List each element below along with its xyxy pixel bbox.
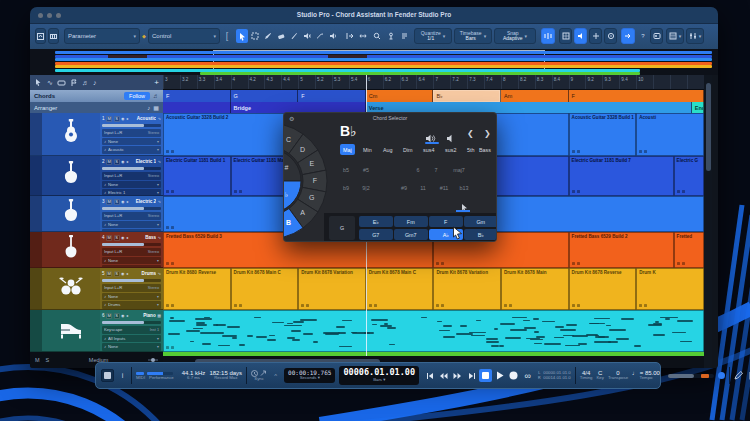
clip-handle[interactable]: [306, 304, 309, 307]
wave-editor-icon[interactable]: ∿: [158, 235, 161, 240]
clip[interactable]: Drum Kit 8678 Main C: [366, 268, 434, 310]
quality-dim[interactable]: Dim: [400, 144, 416, 155]
track-slot-2[interactable]: ♪Acoustic▾: [102, 146, 161, 154]
vertical-scrollbar-thumb[interactable]: [706, 83, 711, 171]
secondary-time-unit[interactable]: Seconds ▾: [300, 376, 320, 381]
clip-handle[interactable]: [234, 190, 237, 193]
clip-handle[interactable]: [171, 304, 174, 307]
track-name[interactable]: Acoustic: [130, 116, 157, 121]
monitor-icon[interactable]: ◂: [126, 159, 128, 164]
track-name[interactable]: Drums: [130, 271, 157, 276]
record-arm-icon[interactable]: ◉: [121, 271, 125, 276]
chord-segment[interactable]: F: [163, 90, 231, 102]
track-name[interactable]: Electric 1: [130, 159, 157, 164]
mute-button[interactable]: M: [106, 199, 112, 205]
global-mute-label[interactable]: M: [35, 357, 40, 363]
extension-11[interactable]: 11: [420, 185, 426, 191]
autoscroll-toggle-button[interactable]: [621, 28, 635, 44]
clip-handle[interactable]: [239, 190, 242, 193]
fast-forward-button[interactable]: [451, 369, 464, 382]
quality-sus2[interactable]: sus2: [442, 144, 459, 155]
help-button[interactable]: ?: [638, 28, 648, 44]
arranger-lane-header[interactable]: Arranger ♪ ▦: [30, 102, 163, 113]
vertical-scrollbar[interactable]: [704, 75, 712, 368]
clip-handle[interactable]: [166, 190, 169, 193]
track-header-acoustic[interactable]: 1MS◉◂Acoustic∿Input L+RStereo♪None▾♪Acou…: [30, 113, 163, 156]
clip-handle[interactable]: [577, 262, 580, 265]
chord-segment[interactable]: F: [569, 90, 704, 102]
clip-handle[interactable]: [572, 150, 575, 153]
skip-back-button[interactable]: [423, 369, 436, 382]
monitor-icon[interactable]: ◂: [126, 116, 128, 121]
track-slot-1[interactable]: ♪None▾: [102, 257, 161, 265]
chord-track-lane[interactable]: FGFCmB♭AmF: [163, 90, 704, 102]
meter-bar[interactable]: [102, 321, 161, 324]
mute-button[interactable]: M: [106, 159, 112, 165]
clip-handle[interactable]: [572, 304, 575, 307]
track-slot-1[interactable]: ♪None▾: [102, 221, 161, 229]
layers-icon[interactable]: [57, 79, 66, 87]
track-lane-drums[interactable]: Drum Kit 8680 ReverseDrum Kit 8678 Main …: [163, 268, 704, 310]
clip[interactable]: Drum Kit 8678 Main C: [231, 268, 299, 310]
clip-handle[interactable]: [682, 262, 685, 265]
follow-button[interactable]: Follow: [124, 92, 150, 100]
clip-handle[interactable]: [301, 304, 304, 307]
clip-handle[interactable]: [239, 304, 242, 307]
clip-handle[interactable]: [577, 150, 580, 153]
track-slot-2[interactable]: ♪Drums▾: [102, 301, 161, 309]
crosshair-button[interactable]: [589, 28, 602, 44]
chords-lane-header[interactable]: Chords Follow ♬: [30, 90, 163, 102]
clip-handle[interactable]: [577, 190, 580, 193]
clip-handle[interactable]: [639, 150, 642, 153]
clip[interactable]: Drum Kit 8680 Reverse: [163, 268, 231, 310]
monitor-toggle-dot[interactable]: [718, 372, 725, 379]
extension-9|2[interactable]: 9|2: [362, 185, 369, 191]
clip-handle[interactable]: [436, 304, 439, 307]
song-overview[interactable]: [30, 49, 718, 75]
clip-handle[interactable]: [166, 262, 169, 265]
chord-note-icon[interactable]: ♬: [82, 79, 89, 86]
suggestion-B♭[interactable]: B♭: [464, 229, 497, 240]
clip[interactable]: Drum Kit 8678 Variation: [433, 268, 501, 310]
autoscroll-icon[interactable]: [344, 29, 356, 43]
info-button[interactable]: i: [118, 369, 127, 382]
mute-button[interactable]: M: [106, 313, 112, 319]
suggestion-root-button[interactable]: G: [329, 216, 355, 240]
track-input-row[interactable]: Input L+RStereo: [102, 172, 161, 180]
arranger-section[interactable]: End: [692, 102, 704, 113]
track-slot-1[interactable]: ♪None▾: [102, 181, 161, 189]
loop-button[interactable]: ∞: [521, 369, 534, 382]
mute-button[interactable]: M: [106, 271, 112, 277]
play-button[interactable]: [493, 369, 506, 382]
suggestion-Fm[interactable]: Fm: [394, 216, 428, 227]
clip-handle[interactable]: [234, 304, 237, 307]
clip-handle[interactable]: [644, 304, 647, 307]
clip-handle[interactable]: [644, 150, 647, 153]
clip-handle[interactable]: [577, 304, 580, 307]
marker-flag-icon[interactable]: [70, 79, 78, 87]
solo-button[interactable]: S: [114, 235, 120, 241]
chevron-right-icon[interactable]: ❯: [484, 129, 491, 138]
wave-editor-icon[interactable]: ∿: [158, 271, 161, 276]
extension-6[interactable]: 6: [417, 167, 420, 173]
clip-handle[interactable]: [436, 262, 439, 265]
extension-b5[interactable]: b5: [343, 167, 349, 173]
chord-segment[interactable]: F: [298, 90, 366, 102]
clip[interactable]: Electric Guitar 1181 Build 7: [569, 156, 674, 196]
record-arm-icon[interactable]: ◉: [121, 116, 125, 121]
clip[interactable]: Acoustic Guitar 3328 Build 1: [569, 113, 637, 156]
clip-handle[interactable]: [677, 190, 680, 193]
action-history-icon[interactable]: [398, 29, 410, 43]
keyboard-editor-icon[interactable]: ▦: [157, 313, 161, 318]
wave-icon[interactable]: ∿: [47, 79, 53, 87]
track-lane-piano[interactable]: [163, 310, 704, 352]
pad-mode-button[interactable]: [101, 369, 114, 382]
loop-range-display[interactable]: L 00000.01.01.0 R 00014.01.01.0: [538, 371, 571, 381]
mute-tool[interactable]: [301, 29, 313, 43]
monitor-icon[interactable]: ◂: [126, 271, 128, 276]
audio-settings[interactable]: 44.1 kHz 6.7 ms: [182, 370, 206, 382]
suggestion-G7[interactable]: G7: [359, 229, 393, 240]
clip-handle[interactable]: [171, 190, 174, 193]
solo-button[interactable]: S: [114, 313, 120, 319]
mixer-dropdown[interactable]: ▾: [686, 28, 704, 44]
